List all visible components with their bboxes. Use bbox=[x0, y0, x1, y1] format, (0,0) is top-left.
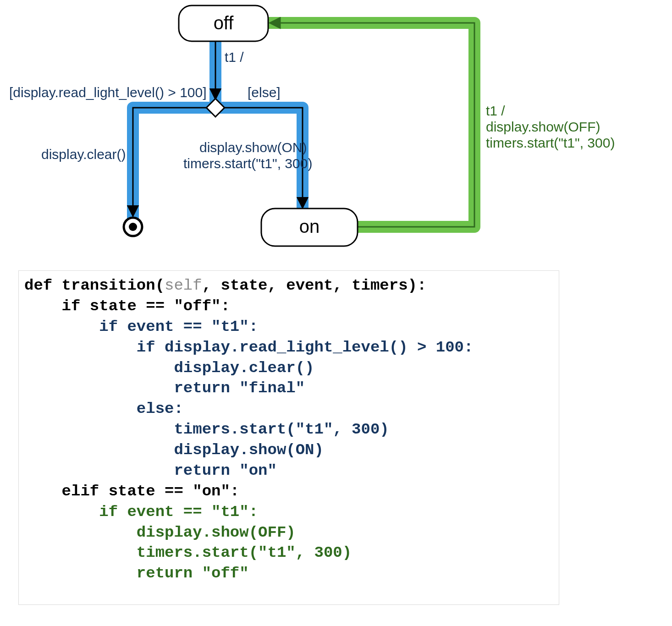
code-line-5: display.clear() bbox=[24, 359, 314, 377]
code-line-15: return "off" bbox=[24, 565, 249, 582]
guard-right-label: [else] bbox=[248, 85, 281, 100]
state-on-label: on bbox=[261, 216, 358, 237]
code-line-7: else: bbox=[24, 400, 183, 417]
action-right-label-line1: display.show(ON) bbox=[199, 140, 307, 155]
code-line-14: timers.start("t1", 300) bbox=[24, 544, 352, 561]
code-line-10: return "on" bbox=[24, 462, 277, 479]
code-line-2: if state == "off": bbox=[24, 297, 230, 315]
code-fn-name: transition( bbox=[52, 277, 165, 294]
green-edge-label-line2: display.show(OFF) bbox=[486, 119, 600, 134]
code-kw-def: def bbox=[24, 277, 52, 294]
diagram-canvas: { "states": { "off": "off", "on": "on" }… bbox=[0, 0, 672, 626]
green-edge-label-line1: t1 / bbox=[486, 103, 505, 118]
green-edge-label-line3: timers.start("t1", 300) bbox=[486, 135, 615, 150]
action-right-label-line2: timers.start("t1", 300) bbox=[183, 156, 312, 171]
code-line-9: display.show(ON) bbox=[24, 441, 324, 459]
code-line-12: if event == "t1": bbox=[24, 503, 258, 521]
code-line-4: if display.read_light_level() > 100: bbox=[24, 339, 473, 356]
code-self: self bbox=[165, 277, 202, 294]
svg-point-2 bbox=[129, 223, 137, 231]
edge-off-branch-left-highlight bbox=[133, 39, 215, 218]
code-line-6: return "final" bbox=[24, 379, 305, 397]
code-line-11: elif state == "on": bbox=[24, 483, 239, 500]
code-line-3: if event == "t1": bbox=[24, 318, 258, 335]
final-state-node bbox=[124, 218, 142, 236]
guard-left-label: [display.read_light_level() > 100] bbox=[9, 85, 207, 100]
code-line-8: timers.start("t1", 300) bbox=[24, 421, 389, 438]
state-off-label: off bbox=[179, 13, 268, 33]
decision-node bbox=[206, 99, 225, 117]
svg-rect-0 bbox=[206, 99, 225, 117]
code-panel: def transition(self, state, event, timer… bbox=[18, 270, 559, 605]
code-sig-rest: , state, event, timers): bbox=[202, 277, 427, 294]
code-line-13: display.show(OFF) bbox=[24, 524, 296, 541]
action-left-label: display.clear() bbox=[41, 147, 126, 162]
edge-off-trigger-label: t1 / bbox=[225, 49, 244, 65]
